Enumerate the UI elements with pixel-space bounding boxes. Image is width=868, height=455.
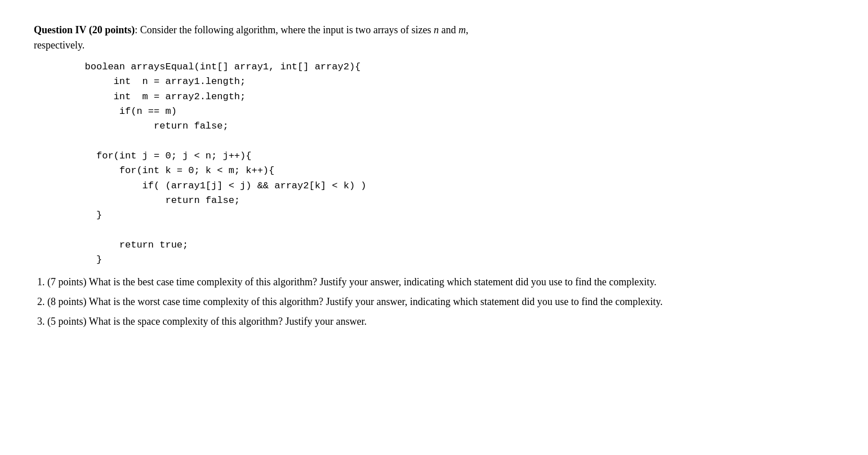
sub-question-3: (5 points) What is the space complexity … [47, 314, 834, 329]
sub-question-2-text: (8 points) What is the worst case time c… [47, 296, 663, 307]
sub-questions-list: (7 points) What is the best case time co… [34, 275, 834, 329]
code-line-7: for(int j = 0; j < n; j++){ [68, 151, 251, 161]
code-line-2: int n = array1.length; [68, 76, 246, 87]
code-line-4: if(n == m) [68, 106, 177, 117]
sub-question-2: (8 points) What is the worst case time c… [47, 294, 834, 310]
question-intro: : Consider the following algorithm, wher… [135, 24, 468, 36]
code-line-11: } [68, 210, 102, 220]
code-line-1: boolean arraysEqual(int[] array1, int[] … [68, 61, 360, 72]
question-title-bold: Question IV (20 points) [34, 24, 135, 36]
code-line-5: return false; [68, 121, 229, 131]
question-respectively: respectively. [34, 39, 84, 51]
code-line-8: for(int k = 0; k < m; k++){ [68, 165, 274, 176]
code-line-12 [68, 225, 73, 236]
code-block: boolean arraysEqual(int[] array1, int[] … [68, 60, 834, 268]
sub-question-1: (7 points) What is the best case time co… [47, 275, 834, 290]
question-container: Question IV (20 points): Consider the fo… [34, 23, 834, 329]
code-line-10: return false; [68, 195, 240, 206]
code-line-9: if( (array1[j] < j) && array2[k] < k) ) [68, 180, 367, 191]
sub-question-3-text: (5 points) What is the space complexity … [47, 316, 367, 327]
code-line-6 [68, 136, 73, 147]
code-line-3: int m = array2.length; [68, 91, 246, 102]
code-line-13: return true; [68, 240, 188, 250]
code-line-14: } [68, 254, 102, 265]
question-header: Question IV (20 points): Consider the fo… [34, 23, 834, 53]
sub-question-1-text: (7 points) What is the best case time co… [47, 276, 657, 288]
